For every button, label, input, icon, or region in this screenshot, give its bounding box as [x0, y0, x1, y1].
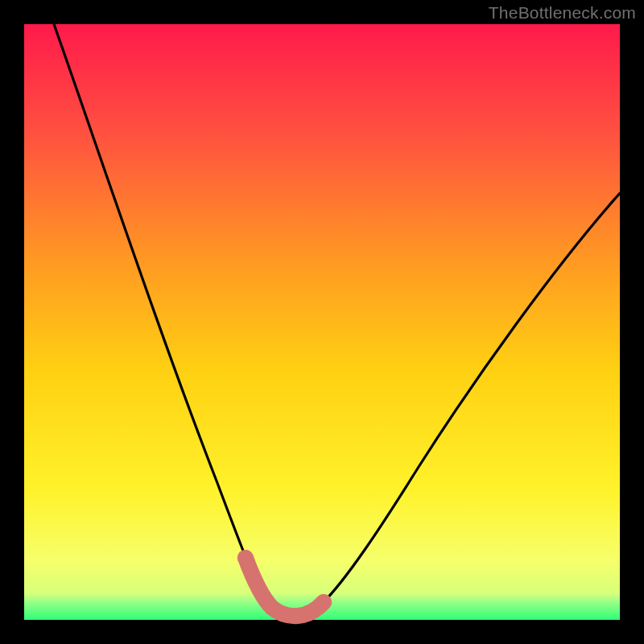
- chart-svg: [0, 0, 644, 644]
- watermark-text: TheBottleneck.com: [489, 3, 636, 23]
- highlight-cap-left: [237, 550, 254, 566]
- highlight-cap-right: [316, 594, 332, 610]
- plot-background: [24, 24, 620, 620]
- chart-container: TheBottleneck.com: [0, 0, 644, 644]
